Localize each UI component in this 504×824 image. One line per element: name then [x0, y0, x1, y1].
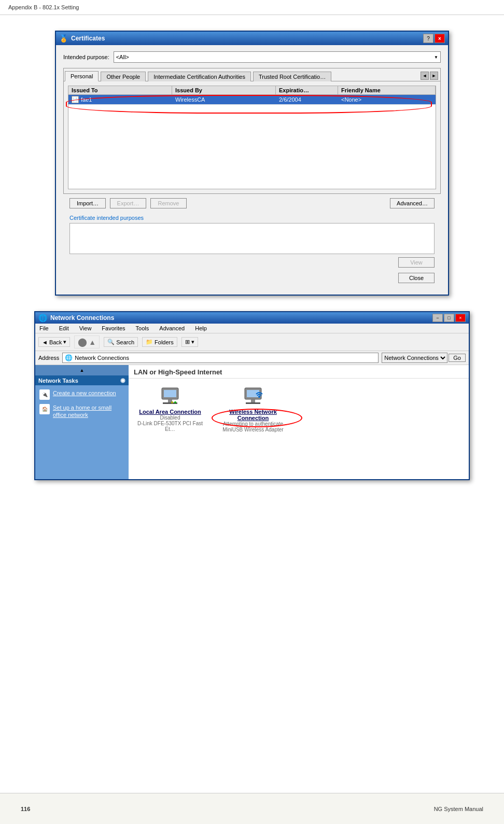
- netconn-title-icon: 🌐: [38, 314, 47, 322]
- svg-rect-9: [246, 402, 260, 404]
- tab-other-people[interactable]: Other People: [101, 72, 146, 81]
- cert-list-header: Issued To Issued By Expiratio… Friendly …: [68, 86, 436, 95]
- go-button[interactable]: Go: [449, 354, 466, 362]
- page-footer: 116 NG System Manual: [0, 793, 504, 824]
- search-label: Search: [116, 339, 134, 345]
- restore-button[interactable]: □: [444, 314, 454, 322]
- address-dropdown[interactable]: Network Connections: [382, 353, 447, 363]
- col-issued-by[interactable]: Issued By: [172, 86, 276, 94]
- forward-placeholder: ⬤ ▲: [74, 336, 100, 348]
- netconn-titlebar: 🌐 Network Connections − □ ×: [35, 312, 469, 324]
- create-connection-text: Create a new connection: [53, 389, 116, 397]
- dialog-window-controls: ? ×: [423, 34, 445, 43]
- page-number: 116: [21, 806, 30, 812]
- menu-file[interactable]: File: [37, 325, 51, 332]
- import-button[interactable]: Import…: [69, 198, 106, 208]
- search-icon: 🔍: [107, 339, 115, 345]
- menu-help[interactable]: Help: [193, 325, 209, 332]
- back-icon: ◄: [42, 339, 48, 345]
- search-button[interactable]: 🔍 Search: [104, 337, 138, 347]
- intended-purpose-value: <All>: [116, 54, 129, 60]
- local-area-connection-device: D-Link DFE-530TX PCI Fast Et…: [134, 421, 206, 432]
- page-header: Appendix B - 802.1x Setting: [0, 0, 504, 15]
- svg-point-10: [258, 396, 260, 398]
- close-title-button[interactable]: ×: [435, 34, 445, 43]
- advanced-button[interactable]: Advanced…: [390, 198, 435, 208]
- col-friendly-name[interactable]: Friendly Name: [338, 86, 436, 94]
- cert-purposes-section: Certificate intended purposes View: [69, 215, 435, 268]
- cert-list-container: Issued To Issued By Expiratio… Friendly …: [68, 86, 436, 189]
- wireless-connection-status: Attempting to authenticate: [223, 421, 283, 427]
- cell-issued-to: 📄 fae1: [68, 95, 172, 104]
- wireless-connection-device: MiniUSB Wireless Adapter: [222, 427, 283, 432]
- tab-intermediate-ca[interactable]: Intermediate Certification Authorities: [148, 72, 251, 81]
- list-item[interactable]: 🏠 Set up a home or small office network: [38, 402, 125, 421]
- menu-edit[interactable]: Edit: [57, 325, 71, 332]
- svg-point-4: [174, 401, 176, 403]
- view-button: View: [398, 257, 435, 268]
- views-button[interactable]: ⊞ ▾: [181, 337, 198, 347]
- back-button[interactable]: ◄ Back ▾: [38, 337, 70, 347]
- cert-purposes-btn-row: View: [69, 257, 435, 268]
- address-value: Network Connections: [75, 355, 129, 361]
- certificates-dialog: 🏅 Certificates ? × Intended purpose: <Al…: [55, 31, 449, 296]
- menu-view[interactable]: View: [77, 325, 94, 332]
- local-area-connection-status: Disabled: [160, 415, 180, 421]
- list-item[interactable]: Local Area Connection Disabled D-Link DF…: [134, 384, 206, 432]
- cert-purposes-box: [69, 223, 435, 254]
- forward-icon: ⬤: [78, 337, 87, 347]
- minimize-button[interactable]: −: [432, 314, 443, 322]
- svg-rect-1: [164, 390, 176, 397]
- netconn-content: ▲ Network Tasks ◉ 🔌 Create a new connect…: [35, 365, 469, 479]
- cert-purposes-label: Certificate intended purposes: [69, 215, 435, 221]
- local-area-connection-name[interactable]: Local Area Connection: [139, 409, 201, 415]
- tab-personal[interactable]: Personal: [65, 71, 99, 81]
- address-bar: Address 🌐 Network Connections Network Co…: [35, 351, 469, 365]
- menu-bar: File Edit View Favorites Tools Advanced …: [35, 324, 469, 333]
- lan-section-header: LAN or High-Speed Internet: [129, 365, 469, 379]
- menu-advanced[interactable]: Advanced: [157, 325, 187, 332]
- home-network-icon: 🏠: [39, 404, 50, 414]
- dialog-titlebar: 🏅 Certificates ? ×: [56, 32, 448, 45]
- menu-tools[interactable]: Tools: [134, 325, 151, 332]
- dialog-title: 🏅 Certificates: [59, 34, 105, 43]
- tab-next-arrow[interactable]: ►: [430, 72, 438, 80]
- tab-prev-arrow[interactable]: ◄: [421, 72, 429, 80]
- folders-label: Folders: [155, 339, 174, 345]
- network-connections-window: 🌐 Network Connections − □ × File Edit Vi…: [34, 311, 470, 480]
- table-row[interactable]: 📄 fae1 WirelessCA 2/6/2004: [68, 95, 436, 105]
- address-go-group: Network Connections Go: [382, 353, 466, 363]
- tab-trusted-root[interactable]: Trusted Root Certificatio…: [253, 72, 331, 81]
- network-tasks-label: Network Tasks: [38, 378, 78, 384]
- col-issued-to[interactable]: Issued To: [68, 86, 172, 94]
- sidebar-scroll-up[interactable]: ▲: [35, 365, 129, 375]
- wireless-connection-icon: [241, 384, 265, 409]
- col-expiration[interactable]: Expiratio…: [276, 86, 338, 94]
- cell-issued-by: WirelessCA: [172, 95, 276, 104]
- cert-action-buttons: Import… Export… Remove Advanced…: [63, 194, 441, 213]
- views-dropdown-icon: ▾: [191, 339, 194, 345]
- address-field[interactable]: 🌐 Network Connections: [62, 353, 379, 363]
- cell-friendly-name: <None>: [338, 95, 436, 104]
- dialog-body: Intended purpose: <All> ▼ Personal Other…: [56, 45, 448, 295]
- menu-favorites[interactable]: Favorites: [100, 325, 127, 332]
- address-label: Address: [38, 355, 59, 361]
- intended-purpose-select[interactable]: <All> ▼: [114, 51, 441, 63]
- cert-close-button[interactable]: Close: [398, 273, 435, 283]
- netconn-title-text: Network Connections: [50, 314, 114, 322]
- help-button[interactable]: ?: [423, 34, 433, 43]
- folders-button[interactable]: 📁 Folders: [142, 337, 177, 347]
- cell-expiration: 2/6/2004: [276, 95, 338, 104]
- netconn-sidebar: ▲ Network Tasks ◉ 🔌 Create a new connect…: [35, 365, 129, 479]
- folders-icon: 📁: [146, 339, 153, 345]
- list-item[interactable]: Wireless Network Connection Attempting t…: [217, 384, 289, 432]
- svg-rect-8: [251, 399, 255, 402]
- tabs-container: Personal Other People Intermediate Certi…: [63, 68, 441, 194]
- list-item[interactable]: 🔌 Create a new connection: [38, 387, 125, 402]
- tabs-header: Personal Other People Intermediate Certi…: [64, 68, 440, 81]
- wireless-connection-name[interactable]: Wireless Network Connection: [217, 409, 289, 421]
- sidebar-collapse-icon[interactable]: ◉: [120, 377, 125, 384]
- local-area-connection-icon: [158, 384, 183, 409]
- netconn-close-button[interactable]: ×: [455, 314, 466, 322]
- cert-list-wrapper: Issued To Issued By Expiratio… Friendly …: [64, 86, 440, 189]
